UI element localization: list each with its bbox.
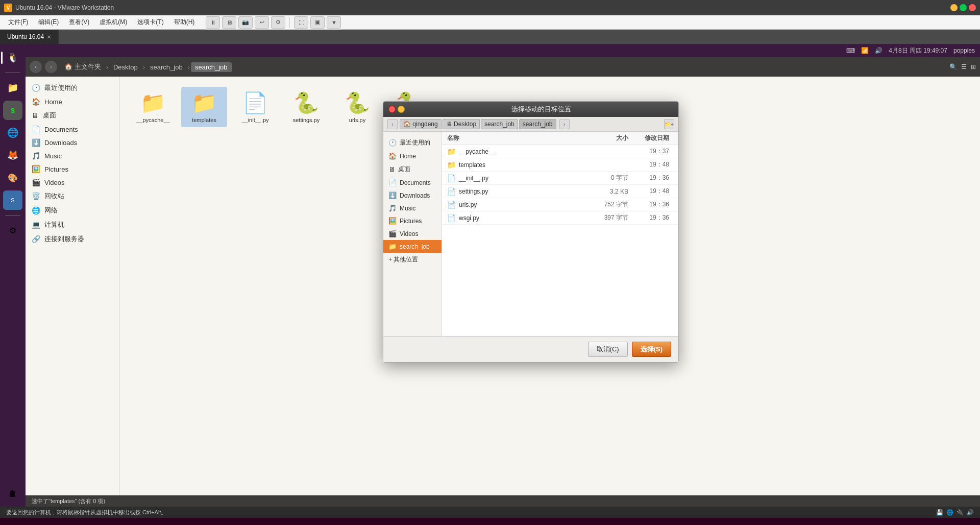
- blue-dock-app[interactable]: S: [3, 190, 22, 210]
- file-item-urls[interactable]: 🐍 urls.py: [334, 87, 380, 127]
- filelist-row-urls[interactable]: 📄 urls.py 752 字节 19：36: [442, 198, 678, 211]
- fm-list-view-icon[interactable]: ☰: [961, 63, 967, 70]
- view-options[interactable]: ▼: [327, 16, 341, 29]
- select-button[interactable]: 选择(S): [632, 342, 671, 357]
- chromium-dock-app[interactable]: 🌐: [3, 123, 22, 142]
- menu-tab[interactable]: 选项卡(T): [133, 17, 167, 28]
- d-sidebar-home[interactable]: 🏠 Home: [383, 150, 442, 162]
- breadcrumb-search-job1[interactable]: search_job: [146, 62, 187, 72]
- file-item-init[interactable]: 📄 __init__.py: [232, 87, 278, 127]
- filelist-row-init[interactable]: 📄 __init__.py 0 字节 19：36: [442, 172, 678, 185]
- d-crumb-desktop[interactable]: 🖥 Desktop: [443, 119, 480, 129]
- col-size-header: 大小: [587, 134, 628, 142]
- d-sidebar-desktop-label: 桌面: [398, 165, 410, 174]
- fullscreen-button[interactable]: ⛶: [294, 16, 308, 29]
- breadcrumb-desktop[interactable]: Desktop: [109, 62, 142, 72]
- d-crumb-search2[interactable]: search_job: [519, 119, 556, 129]
- status-icon-usb: 🔌: [957, 509, 964, 516]
- fm-sidebar-downloads[interactable]: ⬇️ Downloads: [26, 136, 119, 149]
- d-sidebar-documents[interactable]: 📄 Documents: [383, 176, 442, 189]
- fm-sidebar-recent[interactable]: 🕐 最近使用的: [26, 81, 119, 95]
- d-sidebar-downloads[interactable]: ⬇️ Downloads: [383, 189, 442, 202]
- settings-dock-app[interactable]: ⚙: [3, 221, 22, 240]
- settings-row-name: settings.py: [459, 188, 587, 195]
- minimize-button[interactable]: [950, 4, 958, 11]
- fm-sidebar-trash[interactable]: 🗑️ 回收站: [26, 189, 119, 203]
- filelist-row-settings[interactable]: 📄 settings.py 3.2 KB 19：48: [442, 185, 678, 198]
- send-ctrl-alt-del[interactable]: 🖥: [222, 16, 236, 29]
- menu-file[interactable]: 文件(F): [4, 17, 32, 28]
- d-sidebar-other[interactable]: + 其他位置: [383, 253, 442, 267]
- fm-grid-view-icon[interactable]: ⊞: [971, 63, 976, 70]
- filelist-row-wsgi[interactable]: 📄 wsgi.py 397 字节 19：36: [442, 211, 678, 225]
- fm-sidebar-desktop[interactable]: 🖥 桌面: [26, 108, 119, 123]
- init-file-icon: 📄: [242, 91, 268, 115]
- vmware-statusbar: 要返回您的计算机，请将鼠标指针从虚拟机中移出或按 Ctrl+Alt。 💾 🌐 🔌…: [0, 507, 980, 518]
- breadcrumb-home[interactable]: 🏠 主文件夹: [60, 61, 105, 73]
- filelist-row-pycache[interactable]: 📁 __pycache__ 19：37: [442, 145, 678, 158]
- firefox-dock-app[interactable]: 🦊: [3, 146, 22, 165]
- menu-edit[interactable]: 编辑(E): [34, 17, 63, 28]
- snapshot-button[interactable]: 📷: [238, 16, 253, 29]
- topbar-datetime[interactable]: 4月8日 周四 19:49:07: [889, 46, 947, 55]
- cancel-button[interactable]: 取消(C): [588, 342, 628, 357]
- fm-search-icon[interactable]: 🔍: [949, 63, 957, 70]
- terminal-dock-app[interactable]: $: [3, 101, 22, 120]
- fm-sidebar-computer[interactable]: 💻 计算机: [26, 218, 119, 232]
- menu-vm[interactable]: 虚拟机(M): [95, 17, 131, 28]
- wsgi-row-date: 19：36: [628, 213, 669, 222]
- d-sidebar-documents-label: Documents: [400, 179, 431, 186]
- dock-divider1: [5, 73, 20, 73]
- d-sidebar-recent[interactable]: 🕐 最近使用的: [383, 136, 442, 150]
- dialog-back-button[interactable]: ‹: [387, 119, 398, 129]
- dialog-close-button[interactable]: [388, 106, 396, 113]
- file-item-templates[interactable]: 📁 templates: [181, 87, 227, 127]
- fm-sidebar-music[interactable]: 🎵 Music: [26, 149, 119, 162]
- tab-ubuntu[interactable]: Ubuntu 16.04 ✕: [0, 30, 59, 44]
- fm-sidebar-pictures[interactable]: 🖼️ Pictures: [26, 162, 119, 176]
- files-dock-app[interactable]: 📁: [3, 78, 22, 98]
- dialog-controls: [388, 106, 405, 113]
- maximize-button[interactable]: [960, 4, 967, 11]
- d-sidebar-search-job[interactable]: 📁 search_job: [383, 240, 442, 253]
- menu-view[interactable]: 查看(V): [65, 17, 93, 28]
- breadcrumb-search-job2[interactable]: search_job: [191, 62, 232, 72]
- fm-sidebar-connect-server[interactable]: 🔗 连接到服务器: [26, 232, 119, 246]
- file-item-settings[interactable]: 🐍 settings.py: [283, 87, 329, 127]
- tab-close-button[interactable]: ✕: [47, 34, 51, 40]
- close-button[interactable]: [969, 4, 976, 11]
- d-sidebar-music[interactable]: 🎵 Music: [383, 202, 442, 214]
- fm-back-button[interactable]: ‹: [30, 61, 42, 73]
- status-icon-audio: 🔊: [967, 509, 974, 516]
- d-sidebar-pictures[interactable]: 🖼️ Pictures: [383, 214, 442, 227]
- fm-sidebar-home[interactable]: 🏠 Home: [26, 95, 119, 108]
- revert-button[interactable]: ↩: [255, 16, 269, 29]
- topbar-keyboard-icon: ⌨: [846, 47, 855, 54]
- fm-sidebar-network[interactable]: 🌐 网络: [26, 203, 119, 218]
- pause-button[interactable]: ⏸: [206, 16, 220, 29]
- d-sidebar-desktop[interactable]: 🖥 桌面: [383, 162, 442, 176]
- file-item-pycache[interactable]: 📁 __pycache__: [130, 87, 176, 127]
- d-crumb-search1[interactable]: search_job: [481, 119, 518, 129]
- documents-icon: 📄: [32, 125, 40, 133]
- filelist-row-templates[interactable]: 📁 templates 19：48: [442, 158, 678, 172]
- d-other-label: + 其他位置: [388, 255, 418, 264]
- menu-help[interactable]: 帮助(H): [170, 17, 199, 28]
- trash-dock-app[interactable]: 🗑: [3, 484, 22, 504]
- fm-sidebar-documents-label: Documents: [44, 126, 78, 133]
- col-name-header[interactable]: 名称: [447, 134, 587, 142]
- vm-settings[interactable]: ⚙: [271, 16, 285, 29]
- fm-sidebar-videos[interactable]: 🎬 Videos: [26, 176, 119, 189]
- unity-button[interactable]: ▣: [310, 16, 325, 29]
- ubuntu-logo-app[interactable]: 🐧: [3, 48, 22, 67]
- fm-forward-button[interactable]: ›: [45, 61, 57, 73]
- paint-dock-app[interactable]: 🎨: [3, 168, 22, 187]
- dialog-forward-button[interactable]: ›: [559, 119, 570, 129]
- topbar-user[interactable]: poppies: [953, 47, 975, 54]
- dialog-new-folder-button[interactable]: 📁+: [664, 119, 674, 129]
- dialog-min-button[interactable]: [398, 106, 405, 113]
- d-crumb-home[interactable]: 🏠 qingdeng: [400, 119, 442, 129]
- fm-sidebar-documents[interactable]: 📄 Documents: [26, 123, 119, 136]
- d-sidebar-videos[interactable]: 🎬 Videos: [383, 227, 442, 240]
- vmware-status-right: 💾 🌐 🔌 🔊: [936, 509, 974, 516]
